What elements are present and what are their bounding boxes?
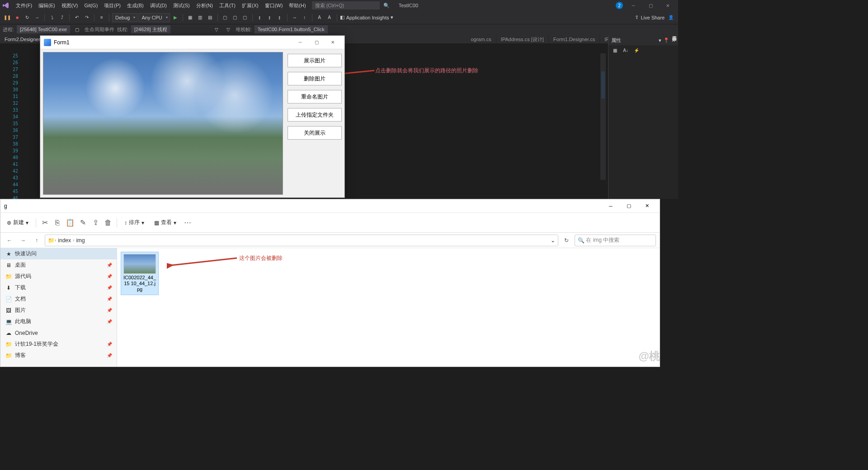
forward-icon[interactable]: → bbox=[18, 235, 28, 246]
sidebar-item-0[interactable]: ★快速访问 bbox=[0, 248, 117, 259]
tb-icon-9[interactable]: ⫿ bbox=[275, 13, 284, 22]
menu-edit[interactable]: 编辑(E) bbox=[35, 1, 58, 10]
sidebar-item-8[interactable]: 📁计软19-1班奖学金📌 bbox=[0, 338, 117, 350]
menu-test[interactable]: 测试(S) bbox=[170, 1, 193, 10]
form-minimize-icon[interactable]: ─ bbox=[292, 37, 308, 48]
tab-form1-designer[interactable]: Form1.Designer.cs bbox=[549, 34, 600, 44]
explorer-maximize-icon[interactable]: ▢ bbox=[620, 200, 638, 212]
explorer-search-input[interactable]: 🔍 在 img 中搜索 bbox=[575, 235, 656, 246]
close-display-button[interactable]: 关闭展示 bbox=[288, 126, 342, 140]
sidebar-item-2[interactable]: 📁源代码📌 bbox=[0, 271, 117, 282]
tb-icon-11[interactable]: ↕ bbox=[300, 13, 309, 22]
categorize-icon[interactable]: ▦ bbox=[610, 46, 619, 55]
notifications-badge[interactable]: 2 bbox=[616, 2, 623, 9]
explorer-content[interactable]: IC002022_44_15 10_44_12.jpg 这个图片会被删除 bbox=[117, 248, 660, 367]
start-icon[interactable]: ▶ bbox=[171, 13, 180, 22]
back-icon[interactable]: ← bbox=[4, 235, 15, 246]
tb-icon-7[interactable]: ⫿ bbox=[255, 13, 264, 22]
close-icon[interactable]: ✕ bbox=[661, 1, 675, 10]
step-into-icon[interactable]: → bbox=[33, 13, 42, 22]
app-insights-button[interactable]: ◧ Application Insights ▾ bbox=[340, 14, 394, 20]
tb-icon-2[interactable]: ▥ bbox=[196, 13, 205, 22]
menu-project[interactable]: 项目(P) bbox=[101, 1, 124, 10]
undo-icon[interactable]: ↶ bbox=[72, 13, 81, 22]
sidebar-item-4[interactable]: 📄文档📌 bbox=[0, 293, 117, 305]
sidebar-item-7[interactable]: ☁OneDrive bbox=[0, 327, 117, 338]
explorer-close-icon[interactable]: ✕ bbox=[638, 200, 656, 212]
search-icon[interactable]: 🔍 bbox=[383, 3, 390, 9]
upload-folder-button[interactable]: 上传指定文件夹 bbox=[288, 108, 342, 122]
explorer-minimize-icon[interactable]: ─ bbox=[602, 200, 620, 212]
menu-file[interactable]: 文件(F) bbox=[13, 1, 35, 10]
minimap[interactable] bbox=[600, 53, 606, 180]
menu-build[interactable]: 生成(B) bbox=[124, 1, 147, 10]
tb-icon-10[interactable]: ↔ bbox=[290, 13, 299, 22]
step-out-icon[interactable]: ⤴ bbox=[57, 13, 66, 22]
delete-icon[interactable]: 🗑 bbox=[104, 219, 112, 227]
sidebar-item-9[interactable]: 📁博客📌 bbox=[0, 350, 117, 361]
menu-help[interactable]: 帮助(H) bbox=[286, 1, 309, 10]
pin-icon[interactable]: 📍 bbox=[663, 38, 670, 43]
maximize-icon[interactable]: ▢ bbox=[644, 1, 657, 10]
menu-analyze[interactable]: 分析(N) bbox=[193, 1, 216, 10]
copy-icon[interactable]: ⎘ bbox=[53, 219, 61, 227]
paste-icon[interactable]: 📋 bbox=[66, 219, 74, 227]
menu-window[interactable]: 窗口(W) bbox=[262, 1, 286, 10]
menu-debug[interactable]: 调试(D) bbox=[147, 1, 170, 10]
show-image-button[interactable]: 展示图片 bbox=[288, 54, 342, 67]
filter-icon[interactable]: ▽ bbox=[212, 25, 221, 34]
filter2-icon[interactable]: ▽ bbox=[224, 25, 233, 34]
search-input[interactable]: 搜索 (Ctrl+Q) bbox=[312, 1, 380, 9]
rename-icon[interactable]: ✎ bbox=[79, 219, 87, 227]
sidebar-item-6[interactable]: 💻此电脑📌 bbox=[0, 316, 117, 327]
tab-ipaddress-design[interactable]: IPAddress.cs [设计] bbox=[496, 34, 549, 44]
tb-icon-5[interactable]: ▢ bbox=[231, 13, 240, 22]
menu-git[interactable]: Git(G) bbox=[81, 1, 101, 9]
tb-icon-12[interactable]: A bbox=[315, 13, 324, 22]
file-item[interactable]: IC002022_44_15 10_44_12.jpg bbox=[121, 252, 159, 295]
chevron-down-icon[interactable]: ▾ bbox=[659, 38, 661, 43]
diagnostics-tab[interactable]: 诊断工具会话 bbox=[669, 30, 678, 35]
tb-icon-13[interactable]: A bbox=[325, 13, 334, 22]
refresh-icon[interactable]: ↻ bbox=[561, 235, 572, 246]
menu-view[interactable]: 视图(V) bbox=[58, 1, 81, 10]
sidebar-item-5[interactable]: 🖼图片📌 bbox=[0, 305, 117, 316]
alphabetical-icon[interactable]: A↓ bbox=[621, 46, 630, 55]
tb-icon-6[interactable]: ▢ bbox=[241, 13, 250, 22]
view-button[interactable]: ▦ 查看 ▾ bbox=[151, 217, 179, 228]
rename-image-button[interactable]: 重命名图片 bbox=[288, 90, 342, 103]
path-input[interactable]: 📁 › index › img ⌄ bbox=[45, 235, 558, 246]
config-dropdown[interactable]: Debug bbox=[112, 13, 137, 22]
form-close-icon[interactable]: ✕ bbox=[325, 37, 341, 48]
tb-icon-1[interactable]: ▦ bbox=[186, 13, 195, 22]
process-dropdown[interactable]: [25648] TestIC00.exe bbox=[17, 25, 70, 33]
path-seg-img[interactable]: img bbox=[74, 237, 86, 244]
delete-image-button[interactable]: 删除图片 bbox=[288, 72, 342, 85]
sidebar-item-3[interactable]: ⬇下载📌 bbox=[0, 282, 117, 293]
form-maximize-icon[interactable]: ▢ bbox=[308, 37, 325, 48]
form1-titlebar[interactable]: Form1 ─ ▢ ✕ bbox=[40, 36, 344, 49]
more-icon[interactable]: ⋯ bbox=[184, 219, 192, 227]
minimize-icon[interactable]: ─ bbox=[627, 1, 640, 10]
sidebar-item-1[interactable]: 🖥桌面📌 bbox=[0, 259, 117, 271]
menu-extensions[interactable]: 扩展(X) bbox=[239, 1, 262, 10]
stack-dropdown[interactable]: TestIC00.Form1.button5_Click bbox=[255, 25, 328, 33]
cut-icon[interactable]: ✂ bbox=[41, 219, 49, 227]
thread-dropdown[interactable]: [24628] 主线程 bbox=[131, 25, 170, 33]
path-seg-index[interactable]: index bbox=[56, 237, 73, 244]
step-over-icon[interactable]: ⤵ bbox=[47, 13, 57, 22]
path-chevron-icon[interactable]: ⌄ bbox=[551, 237, 555, 244]
events-icon[interactable]: ⚡ bbox=[632, 46, 641, 55]
platform-dropdown[interactable]: Any CPU bbox=[138, 13, 170, 22]
pause-icon[interactable]: ❚❚ bbox=[3, 13, 12, 22]
explorer-titlebar[interactable]: g ─ ▢ ✕ bbox=[0, 199, 660, 213]
sort-button[interactable]: ↕ 排序 ▾ bbox=[122, 217, 147, 228]
tb-icon-8[interactable]: ⫿ bbox=[265, 13, 274, 22]
live-share-button[interactable]: ⇪ Live Share bbox=[635, 14, 665, 20]
comment-icon[interactable]: ≡ bbox=[97, 13, 106, 22]
tb-icon-4[interactable]: ▢ bbox=[221, 13, 230, 22]
close-icon[interactable]: ✕ bbox=[671, 38, 675, 43]
tb-icon-3[interactable]: ▤ bbox=[206, 13, 215, 22]
restart-icon[interactable]: ↻ bbox=[23, 13, 32, 22]
redo-icon[interactable]: ↷ bbox=[82, 13, 91, 22]
